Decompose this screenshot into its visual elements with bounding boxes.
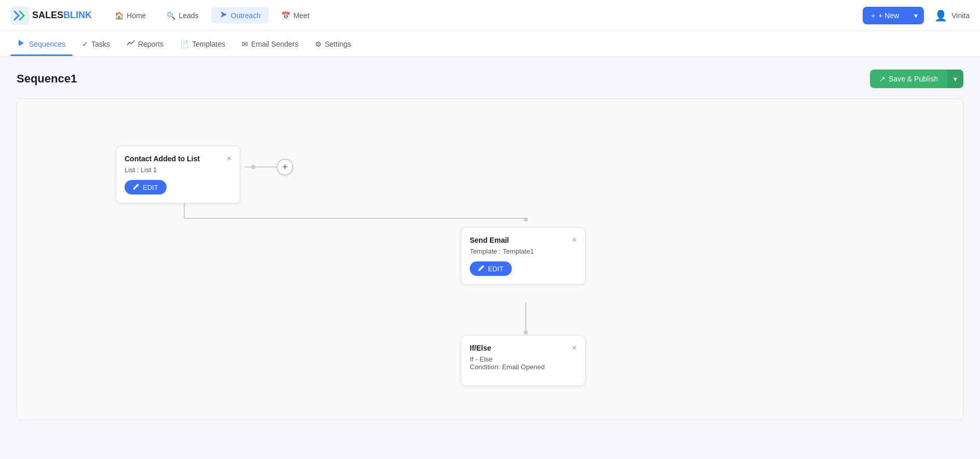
top-nav: SALESBLINK 🏠 Home 🔍 Leads Outreach 📅 Mee…: [0, 0, 980, 31]
send-email-node-edit-button[interactable]: EDIT: [470, 261, 512, 276]
reports-icon: [127, 39, 135, 49]
node-detail: Template : Template1: [470, 247, 577, 255]
new-button-arrow[interactable]: ▾: [908, 7, 924, 24]
contact-added-node: Contact Added to List × List : List 1 ED…: [116, 146, 240, 203]
if-else-detail: If - Else Condition: Email Opened: [470, 355, 577, 371]
contact-node-edit-button[interactable]: EDIT: [125, 180, 167, 194]
page-header: Sequence1 ↗ Save & Publish ▾: [17, 69, 963, 88]
settings-icon: ⚙: [315, 40, 322, 48]
sub-nav: Sequences ✓ Tasks Reports 📄 Templates ✉ …: [0, 31, 980, 57]
save-publish-button[interactable]: ↗ Save & Publish ▾: [870, 69, 963, 88]
edit-icon: [133, 183, 140, 191]
search-icon: 🔍: [167, 11, 175, 20]
email-icon: ✉: [242, 40, 248, 48]
logo[interactable]: SALESBLINK: [10, 6, 92, 25]
subnav-settings[interactable]: ⚙ Settings: [308, 37, 359, 51]
plus-icon: +: [871, 11, 875, 20]
page-title: Sequence1: [17, 72, 77, 86]
external-link-icon: ↗: [879, 75, 886, 83]
node-header: Contact Added to List ×: [125, 155, 232, 163]
subnav-templates[interactable]: 📄 Templates: [173, 37, 233, 51]
if-else-node: If/Else × If - Else Condition: Email Ope…: [461, 335, 586, 386]
close-if-else-node-button[interactable]: ×: [572, 344, 577, 352]
user-menu[interactable]: 👤 Vinita: [934, 9, 970, 22]
svg-marker-1: [221, 11, 227, 18]
save-publish-arrow[interactable]: ▾: [947, 69, 963, 88]
user-icon: 👤: [934, 9, 947, 22]
calendar-icon: 📅: [281, 11, 290, 20]
outreach-icon: [220, 10, 228, 20]
svg-marker-2: [19, 40, 24, 46]
new-button[interactable]: + + New ▾: [863, 7, 924, 24]
close-contact-node-button[interactable]: ×: [227, 155, 232, 163]
nav-outreach[interactable]: Outreach: [211, 7, 269, 23]
node-detail: List : List 1: [125, 166, 232, 174]
plus-icon: +: [282, 162, 288, 173]
edit-icon: [478, 265, 485, 273]
page-content: Sequence1 ↗ Save & Publish ▾: [0, 57, 980, 433]
subnav-reports[interactable]: Reports: [119, 36, 171, 52]
sequences-icon: [18, 39, 26, 49]
add-node-button[interactable]: +: [277, 159, 293, 175]
close-send-email-node-button[interactable]: ×: [572, 236, 577, 244]
node-header: Send Email ×: [470, 236, 577, 244]
templates-icon: 📄: [180, 40, 189, 48]
node-header: If/Else ×: [470, 344, 577, 352]
nav-leads[interactable]: 🔍 Leads: [158, 8, 207, 23]
subnav-tasks[interactable]: ✓ Tasks: [75, 37, 117, 51]
tasks-icon: ✓: [82, 40, 88, 48]
home-icon: 🏠: [115, 11, 124, 20]
subnav-sequences[interactable]: Sequences: [10, 36, 73, 52]
nav-home[interactable]: 🏠 Home: [106, 8, 154, 23]
subnav-email-senders[interactable]: ✉ Email Senders: [235, 37, 306, 51]
svg-point-9: [524, 330, 528, 335]
flow-canvas: + Contact Added to List × List : List 1 …: [17, 99, 963, 420]
nav-meet[interactable]: 📅 Meet: [273, 8, 318, 23]
logo-text: SALESBLINK: [32, 10, 92, 21]
svg-point-4: [251, 165, 255, 169]
svg-point-7: [524, 217, 528, 221]
send-email-node: Send Email × Template : Template1 EDIT: [461, 227, 586, 285]
